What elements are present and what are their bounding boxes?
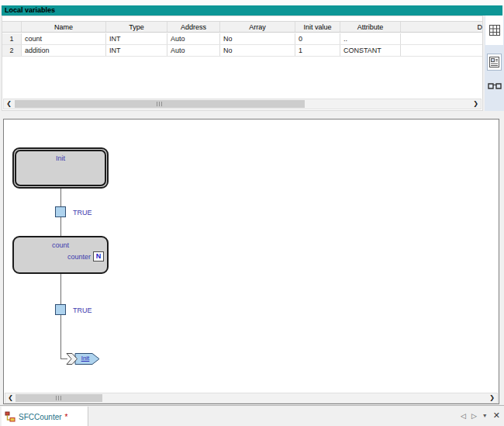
attribute-cell[interactable]: ..: [340, 33, 401, 44]
header-init-value[interactable]: Init value: [295, 22, 340, 32]
close-tab-icon[interactable]: ✕: [493, 410, 500, 421]
sfc-connector-line: [60, 274, 61, 305]
header-row-number[interactable]: [2, 22, 22, 32]
sfc-step-count[interactable]: count counter N: [12, 236, 109, 274]
scroll-left-icon[interactable]: ❮: [5, 393, 16, 403]
declaration-table-panel: Name Type Address Array Init value Attri…: [2, 16, 483, 111]
sfc-connector-line: [60, 189, 61, 207]
name-cell[interactable]: count: [22, 33, 106, 44]
panel-titlebar: Local variables: [2, 5, 502, 16]
window-top-strip: [0, 0, 504, 5]
type-cell[interactable]: INT: [106, 45, 167, 56]
grid-view-button[interactable]: [485, 16, 503, 45]
sfc-transition[interactable]: [55, 206, 66, 217]
header-type[interactable]: Type: [106, 22, 167, 32]
tab-navigation-controls: ◁ ▷ ▼ ✕: [461, 410, 500, 421]
header-address[interactable]: Address: [167, 22, 220, 32]
watch-glasses-icon: [488, 82, 502, 91]
sfc-horizontal-scrollbar[interactable]: ❮ ❯: [5, 393, 498, 403]
sfc-connector-line: [60, 315, 61, 359]
address-cell[interactable]: Auto: [167, 33, 220, 44]
array-cell[interactable]: No: [220, 33, 295, 44]
scroll-left-icon[interactable]: ❮: [4, 99, 14, 109]
watch-view-button[interactable]: [487, 78, 502, 94]
type-cell[interactable]: INT: [106, 33, 167, 44]
tab-sfccounter[interactable]: SFCCounter *: [2, 407, 88, 426]
tab-list-dropdown-icon[interactable]: ▼: [482, 413, 488, 418]
sfc-initial-step[interactable]: Init: [12, 147, 109, 189]
step-label: count: [14, 241, 107, 249]
array-cell[interactable]: No: [220, 45, 295, 56]
sfc-connector-line: [60, 217, 61, 237]
sfc-editor-panel: Init TRUE count counter N TRUE Init ❮ ❯: [3, 119, 499, 404]
description-cell[interactable]: [401, 45, 482, 56]
grid-view-icon: [489, 25, 500, 36]
action-name: counter: [67, 253, 91, 261]
init-value-cell[interactable]: 0: [295, 33, 340, 44]
sfc-jump[interactable]: Init: [66, 352, 102, 365]
sfc-transition[interactable]: [55, 304, 66, 315]
scrollbar-grip: [157, 102, 164, 106]
next-tab-icon[interactable]: ▷: [471, 412, 477, 420]
table-horizontal-scrollbar[interactable]: ❮ ❯: [3, 99, 482, 109]
row-number-cell[interactable]: 1: [2, 33, 22, 44]
document-tab-bar: SFCCounter * ◁ ▷ ▼ ✕: [0, 405, 504, 426]
table-row[interactable]: 2 addition INT Auto No 1 CONSTANT: [2, 45, 482, 57]
scrollbar-thumb[interactable]: [15, 100, 305, 108]
scroll-right-icon[interactable]: ❯: [471, 99, 481, 109]
scroll-right-icon[interactable]: ❯: [487, 393, 497, 403]
header-name[interactable]: Name: [22, 22, 106, 32]
step-action-association[interactable]: counter N: [67, 251, 104, 261]
header-attribute[interactable]: Attribute: [340, 22, 401, 32]
panel-title: Local variables: [5, 6, 55, 14]
tab-label: SFCCounter: [19, 413, 62, 421]
prev-tab-icon[interactable]: ◁: [461, 412, 466, 420]
declaration-form-icon: [489, 57, 499, 68]
address-cell[interactable]: Auto: [167, 45, 220, 56]
header-description[interactable]: D: [401, 22, 482, 32]
tab-modified-marker: *: [65, 413, 68, 421]
header-array[interactable]: Array: [220, 22, 295, 32]
name-cell[interactable]: addition: [22, 45, 106, 56]
transition-condition[interactable]: TRUE: [73, 209, 92, 216]
scrollbar-thumb[interactable]: [16, 394, 102, 402]
sfc-pou-icon: [5, 411, 16, 422]
declaration-form-button[interactable]: [487, 54, 502, 71]
attribute-cell[interactable]: CONSTANT: [340, 45, 401, 56]
step-label: Init: [14, 154, 107, 162]
init-value-cell[interactable]: 1: [295, 45, 340, 56]
action-qualifier-box: N: [93, 251, 104, 261]
table-header-row: Name Type Address Array Init value Attri…: [2, 21, 482, 33]
scrollbar-grip: [56, 396, 63, 400]
description-cell[interactable]: [401, 33, 482, 44]
row-number-cell[interactable]: 2: [2, 45, 22, 56]
jump-target-label: Init: [76, 355, 95, 362]
table-row[interactable]: 1 count INT Auto No 0 ..: [2, 33, 482, 45]
declaration-side-toolbar: [485, 16, 504, 111]
transition-condition[interactable]: TRUE: [73, 307, 92, 314]
